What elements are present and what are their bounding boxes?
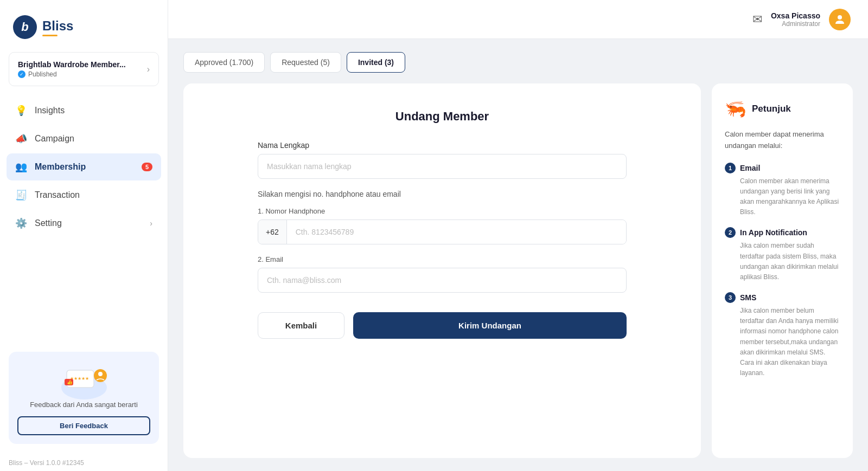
feedback-card: ★★★★★ 👍 Feedback dari Anda sangat berart… bbox=[9, 352, 159, 444]
sidebar-item-transaction[interactable]: 🧾 Transaction bbox=[7, 182, 161, 209]
svg-text:👍: 👍 bbox=[67, 379, 73, 385]
phone-prefix: +62 bbox=[258, 220, 287, 244]
sidebar-item-label: Transaction bbox=[35, 190, 80, 200]
info-num-2: 2 bbox=[725, 227, 736, 238]
contact-label: Silakan mengisi no. handphone atau email bbox=[258, 190, 627, 198]
sidebar-item-campaign[interactable]: 📣 Campaign bbox=[7, 125, 161, 152]
workspace-card[interactable]: Brightlab Wardrobe Member... Published › bbox=[9, 52, 159, 86]
phone-label: 1. Nomor Handphone bbox=[258, 207, 627, 215]
form-inner: Nama Lengkap Silakan mengisi no. handpho… bbox=[258, 141, 627, 339]
sidebar-item-label: Insights bbox=[35, 106, 65, 115]
tab-invited[interactable]: Invited (3) bbox=[347, 52, 405, 73]
info-item-desc-sms: Jika calon member belum terdaftar dan An… bbox=[725, 306, 840, 378]
sidebar-item-label: Setting bbox=[35, 218, 62, 228]
info-num-3: 3 bbox=[725, 292, 736, 303]
info-title: Petunjuk bbox=[752, 104, 791, 114]
info-item-sms: 3 SMS Jika calon member belum terdaftar … bbox=[725, 292, 840, 378]
info-item-title-notification: In App Notification bbox=[740, 228, 807, 237]
user-info: Oxsa Picasso Administrator bbox=[771, 11, 820, 28]
info-item-desc-notification: Jika calon member sudah terdaftar pada s… bbox=[725, 241, 840, 282]
avatar[interactable] bbox=[829, 9, 851, 30]
user-role: Administrator bbox=[782, 20, 820, 28]
svg-point-6 bbox=[98, 372, 103, 376]
logo-icon: b bbox=[13, 15, 37, 39]
mail-icon[interactable]: ✉ bbox=[752, 12, 762, 27]
feedback-text: Feedback dari Anda sangat berarti bbox=[30, 399, 138, 410]
panel-row: Undang Member Nama Lengkap Silakan mengi… bbox=[183, 83, 853, 458]
tab-approved[interactable]: Approved (1.700) bbox=[183, 52, 265, 73]
sidebar: b Bliss Brightlab Wardrobe Member... Pub… bbox=[0, 0, 168, 471]
workspace-name: Brightlab Wardrobe Member... bbox=[18, 60, 126, 69]
submit-button[interactable]: Kirim Undangan bbox=[353, 312, 627, 339]
cancel-button[interactable]: Kembali bbox=[258, 312, 344, 339]
sidebar-item-membership[interactable]: 👥 Membership 5 bbox=[7, 153, 161, 180]
insights-icon: 💡 bbox=[15, 105, 27, 117]
user-name: Oxsa Picasso bbox=[771, 11, 820, 20]
sidebar-item-label: Membership bbox=[35, 162, 86, 172]
name-group: Nama Lengkap bbox=[258, 141, 627, 179]
form-card: Undang Member Nama Lengkap Silakan mengi… bbox=[183, 83, 701, 458]
form-title: Undang Member bbox=[395, 109, 489, 124]
status-dot bbox=[18, 70, 25, 78]
setting-chevron: › bbox=[150, 219, 152, 228]
name-label: Nama Lengkap bbox=[258, 141, 627, 150]
main-area: ✉ Oxsa Picasso Administrator Approved (1… bbox=[168, 0, 868, 471]
phone-input[interactable] bbox=[287, 220, 626, 244]
email-group: 2. Email bbox=[258, 255, 627, 293]
sidebar-bottom: ★★★★★ 👍 Feedback dari Anda sangat berart… bbox=[0, 343, 168, 453]
workspace-status: Published bbox=[28, 70, 57, 78]
name-input[interactable] bbox=[258, 154, 627, 179]
info-num-1: 1 bbox=[725, 163, 736, 173]
logo-area: b Bliss bbox=[0, 0, 168, 52]
membership-icon: 👥 bbox=[15, 161, 27, 173]
tab-requested[interactable]: Requested (5) bbox=[270, 52, 341, 73]
svg-point-7 bbox=[838, 15, 842, 20]
workspace-chevron: › bbox=[147, 64, 150, 74]
info-item-desc-email: Calon member akan menerima undangan yang… bbox=[725, 176, 840, 218]
content-area: Approved (1.700) Requested (5) Invited (… bbox=[168, 39, 868, 471]
info-subtitle: Calon member dapat menerima undangan mel… bbox=[725, 129, 840, 152]
sidebar-version: Bliss – Versi 1.0.0 #12345 bbox=[0, 453, 168, 471]
phone-group: +62 bbox=[258, 220, 627, 244]
sidebar-item-label: Campaign bbox=[35, 134, 74, 144]
membership-badge: 5 bbox=[142, 163, 152, 171]
info-item-email: 1 Email Calon member akan menerima undan… bbox=[725, 163, 840, 218]
tabs-row: Approved (1.700) Requested (5) Invited (… bbox=[183, 52, 853, 73]
sidebar-item-insights[interactable]: 💡 Insights bbox=[7, 97, 161, 124]
info-card: 🦐 Petunjuk Calon member dapat menerima u… bbox=[712, 83, 853, 458]
feedback-illustration: ★★★★★ 👍 bbox=[52, 360, 117, 399]
topbar: ✉ Oxsa Picasso Administrator bbox=[168, 0, 868, 39]
info-item-title-email: Email bbox=[740, 164, 760, 172]
form-actions: Kembali Kirim Undangan bbox=[258, 312, 627, 339]
feedback-button[interactable]: Beri Feedback bbox=[17, 416, 150, 435]
transaction-icon: 🧾 bbox=[15, 189, 27, 201]
email-label: 2. Email bbox=[258, 255, 627, 263]
email-input[interactable] bbox=[258, 268, 627, 293]
setting-icon: ⚙️ bbox=[15, 217, 27, 229]
info-item-notification: 2 In App Notification Jika calon member … bbox=[725, 227, 840, 282]
info-item-title-sms: SMS bbox=[740, 293, 756, 302]
contact-group: Silakan mengisi no. handphone atau email… bbox=[258, 190, 627, 244]
logo-text: Bliss bbox=[42, 18, 73, 36]
campaign-icon: 📣 bbox=[15, 133, 27, 145]
petunjuk-icon: 🦐 bbox=[725, 99, 746, 119]
nav-menu: 💡 Insights 📣 Campaign 👥 Membership 5 🧾 T… bbox=[0, 97, 168, 343]
sidebar-item-setting[interactable]: ⚙️ Setting › bbox=[7, 210, 161, 237]
